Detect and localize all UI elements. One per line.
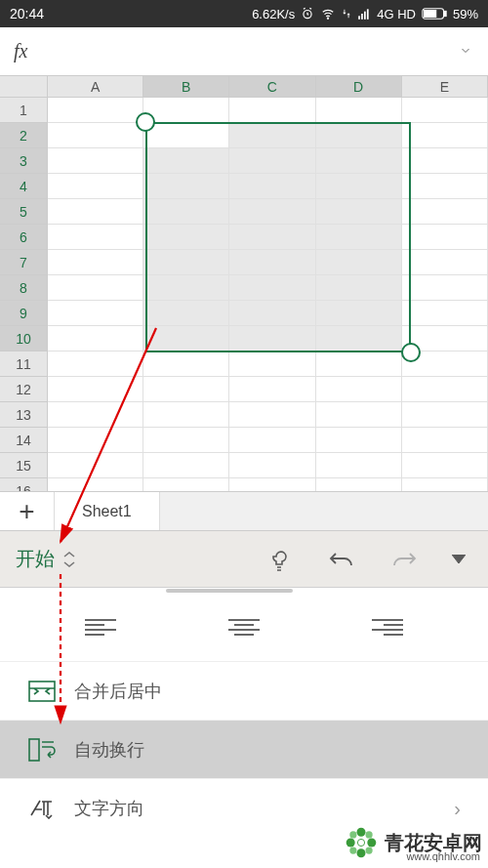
cell[interactable] [143, 453, 229, 478]
cell[interactable] [48, 250, 143, 275]
cell[interactable] [316, 402, 402, 428]
row-header[interactable]: 7 [0, 250, 48, 275]
cell[interactable] [229, 123, 315, 148]
tell-me-button[interactable] [258, 538, 301, 581]
cell[interactable] [316, 174, 402, 199]
cell[interactable] [402, 250, 488, 275]
cell[interactable] [48, 98, 143, 123]
col-header-B[interactable]: B [143, 76, 229, 98]
row-header[interactable]: 4 [0, 174, 48, 199]
cell[interactable] [48, 326, 143, 351]
cell[interactable] [229, 250, 315, 275]
cell[interactable] [48, 174, 143, 199]
row-header[interactable]: 16 [0, 478, 48, 492]
cell[interactable] [229, 326, 315, 351]
cell[interactable] [229, 453, 315, 478]
row-header[interactable]: 1 [0, 98, 48, 123]
cell[interactable] [48, 428, 143, 453]
cell[interactable] [143, 225, 229, 250]
cell[interactable] [402, 301, 488, 326]
add-sheet-button[interactable]: + [0, 492, 55, 530]
cell[interactable] [402, 351, 488, 377]
cell[interactable] [316, 98, 402, 123]
cell[interactable] [48, 301, 143, 326]
cell[interactable] [48, 123, 143, 148]
cell[interactable] [143, 326, 229, 351]
cell[interactable] [229, 478, 315, 492]
cell[interactable] [143, 275, 229, 301]
row-header[interactable]: 14 [0, 428, 48, 453]
merge-center-option[interactable]: 合并后居中 [0, 662, 488, 721]
ribbon-tab-button[interactable]: 开始 [16, 546, 76, 572]
cell[interactable] [316, 148, 402, 174]
cell[interactable] [48, 199, 143, 225]
formula-bar[interactable]: fx [0, 27, 488, 76]
col-header-E[interactable]: E [402, 76, 488, 98]
cell[interactable] [143, 199, 229, 225]
align-left-button[interactable] [71, 608, 130, 647]
cell[interactable] [316, 225, 402, 250]
align-center-button[interactable] [215, 608, 273, 647]
cell[interactable] [316, 351, 402, 377]
cell[interactable] [48, 402, 143, 428]
cell[interactable] [402, 123, 488, 148]
cell[interactable] [402, 377, 488, 402]
cell[interactable] [143, 98, 229, 123]
row-header[interactable]: 3 [0, 148, 48, 174]
col-header-C[interactable]: C [229, 76, 315, 98]
row-header[interactable]: 11 [0, 351, 48, 377]
cell[interactable] [229, 148, 315, 174]
cell[interactable] [316, 453, 402, 478]
row-header[interactable]: 8 [0, 275, 48, 301]
row-header[interactable]: 10 [0, 326, 48, 351]
cell[interactable] [402, 326, 488, 351]
cell[interactable] [48, 478, 143, 492]
cell[interactable] [402, 148, 488, 174]
spreadsheet-grid[interactable]: A B C D E 12345678910111213141516 [0, 76, 488, 492]
formula-dropdown-icon[interactable] [457, 41, 474, 62]
select-all-corner[interactable] [0, 76, 48, 98]
cell[interactable] [316, 428, 402, 453]
row-header[interactable]: 5 [0, 199, 48, 225]
col-header-A[interactable]: A [48, 76, 143, 98]
cell[interactable] [143, 402, 229, 428]
cell[interactable] [229, 301, 315, 326]
cell[interactable] [143, 377, 229, 402]
cell[interactable] [402, 174, 488, 199]
cell[interactable] [316, 301, 402, 326]
row-header[interactable]: 15 [0, 453, 48, 478]
cell[interactable] [48, 275, 143, 301]
cell[interactable] [48, 351, 143, 377]
more-button[interactable] [445, 538, 472, 581]
cell[interactable] [229, 275, 315, 301]
cell[interactable] [229, 402, 315, 428]
cell[interactable] [143, 123, 229, 148]
cell[interactable] [143, 250, 229, 275]
cell[interactable] [402, 199, 488, 225]
cell[interactable] [402, 402, 488, 428]
cell[interactable] [402, 453, 488, 478]
cell[interactable] [229, 225, 315, 250]
cell[interactable] [402, 225, 488, 250]
cell[interactable] [229, 174, 315, 199]
cell[interactable] [143, 301, 229, 326]
cell[interactable] [229, 351, 315, 377]
align-right-button[interactable] [358, 608, 417, 647]
cell[interactable] [48, 377, 143, 402]
cell[interactable] [316, 478, 402, 492]
sheet-tab-1[interactable]: Sheet1 [55, 492, 160, 530]
row-header[interactable]: 2 [0, 123, 48, 148]
cell[interactable] [143, 428, 229, 453]
row-header[interactable]: 9 [0, 301, 48, 326]
cell[interactable] [316, 377, 402, 402]
wrap-text-option[interactable]: 自动换行 [0, 721, 488, 779]
cell[interactable] [402, 428, 488, 453]
cell[interactable] [229, 199, 315, 225]
row-header[interactable]: 13 [0, 402, 48, 428]
cell[interactable] [316, 123, 402, 148]
panel-scrollbar[interactable] [0, 588, 488, 594]
cell[interactable] [316, 326, 402, 351]
cell[interactable] [229, 428, 315, 453]
cell[interactable] [48, 453, 143, 478]
cell[interactable] [48, 225, 143, 250]
